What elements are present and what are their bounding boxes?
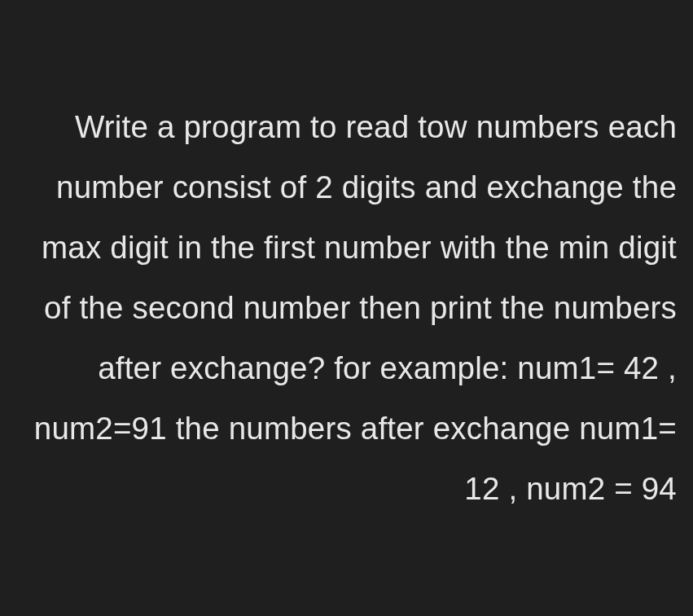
question-text: Write a program to read tow numbers each… <box>16 97 677 518</box>
